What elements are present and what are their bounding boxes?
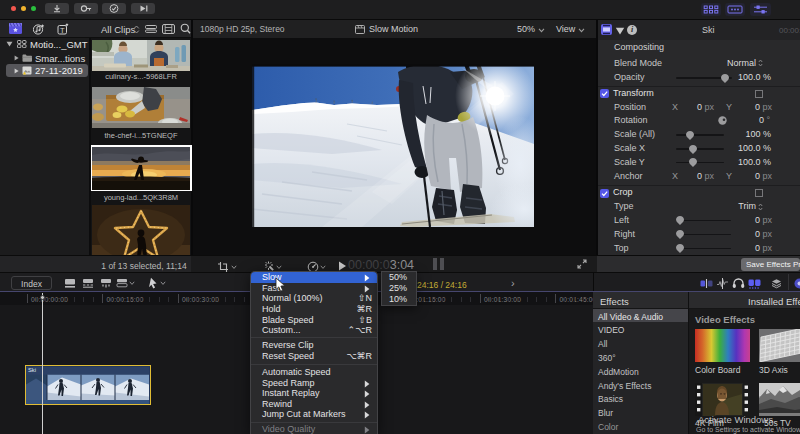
svg-text:T: T [60,26,65,35]
